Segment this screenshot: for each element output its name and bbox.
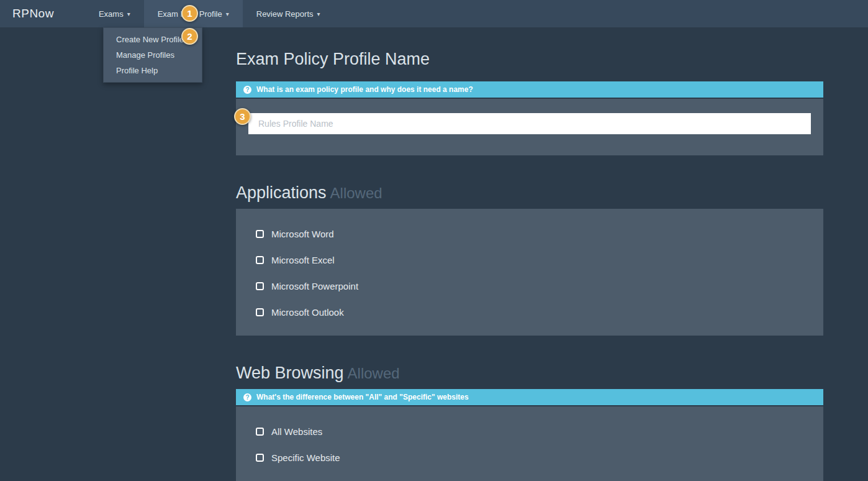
checkbox-label: All Websites	[271, 426, 322, 437]
applications-section-title: ApplicationsAllowed	[236, 183, 823, 203]
checkbox-label: Specific Website	[271, 452, 340, 463]
checkbox-label: Microsoft Powerpoint	[271, 281, 358, 291]
section-title-text: Web Browsing	[236, 364, 344, 382]
nav-item-label: Exams	[99, 9, 124, 19]
help-text: What is an exam policy profile and why d…	[256, 85, 473, 94]
checkbox-row-all-websites[interactable]: All Websites	[256, 425, 823, 437]
question-icon: ?	[243, 86, 251, 94]
question-icon: ?	[243, 393, 251, 401]
dropdown-item-manage-profiles[interactable]: Manage Profiles	[104, 47, 202, 63]
checkbox-row-microsoft-outlook[interactable]: Microsoft Outlook	[256, 306, 823, 318]
nav-item-review-reports[interactable]: Review Reports ▾	[243, 0, 334, 27]
checkbox-label: Microsoft Word	[271, 229, 334, 239]
profile-name-panel	[236, 99, 823, 155]
checkbox-row-microsoft-excel[interactable]: Microsoft Excel	[256, 254, 823, 266]
web-browsing-help-bar[interactable]: ? What's the difference between "All" an…	[236, 389, 823, 405]
checkbox-icon[interactable]	[256, 454, 264, 462]
checkbox-label: Microsoft Outlook	[271, 307, 344, 318]
top-navbar: RPNow Exams ▾ Exam Rule Profile ▾ Review…	[0, 0, 868, 27]
chevron-down-icon: ▾	[317, 11, 320, 17]
nav-menu: Exams ▾ Exam Rule Profile ▾ Review Repor…	[85, 0, 334, 27]
chevron-down-icon: ▾	[127, 11, 130, 17]
chevron-down-icon: ▾	[226, 11, 229, 17]
section-title-suffix: Allowed	[348, 365, 400, 382]
checkbox-icon[interactable]	[256, 282, 264, 290]
app-brand: RPNow	[0, 7, 66, 21]
web-browsing-section-title: Web BrowsingAllowed	[236, 364, 823, 383]
step-badge-1: 1	[181, 5, 198, 22]
page-title: Exam Policy Profile Name	[236, 50, 823, 69]
checkbox-icon[interactable]	[256, 308, 264, 316]
checkbox-icon[interactable]	[256, 428, 264, 436]
step-badge-3: 3	[234, 108, 251, 125]
checkbox-row-microsoft-powerpoint[interactable]: Microsoft Powerpoint	[256, 280, 823, 292]
checkbox-icon[interactable]	[256, 230, 264, 238]
main-content: Exam Policy Profile Name ? What is an ex…	[236, 27, 823, 481]
step-badge-2: 2	[181, 28, 198, 45]
rules-profile-name-input[interactable]	[248, 113, 811, 134]
nav-item-exams[interactable]: Exams ▾	[85, 0, 144, 27]
help-text: What's the difference between "All" and …	[256, 393, 469, 401]
section-title-text: Applications	[236, 183, 327, 202]
checkbox-icon[interactable]	[256, 256, 264, 264]
web-browsing-panel: All Websites Specific Website	[236, 406, 823, 481]
profile-name-help-bar[interactable]: ? What is an exam policy profile and why…	[236, 81, 823, 98]
nav-item-label: Review Reports	[256, 9, 314, 19]
checkbox-label: Microsoft Excel	[271, 255, 335, 265]
checkbox-row-microsoft-word[interactable]: Microsoft Word	[256, 227, 823, 240]
applications-panel: Microsoft Word Microsoft Excel Microsoft…	[236, 209, 823, 336]
checkbox-row-specific-website[interactable]: Specific Website	[256, 451, 823, 464]
section-title-suffix: Allowed	[330, 185, 382, 201]
dropdown-item-profile-help[interactable]: Profile Help	[104, 63, 202, 78]
